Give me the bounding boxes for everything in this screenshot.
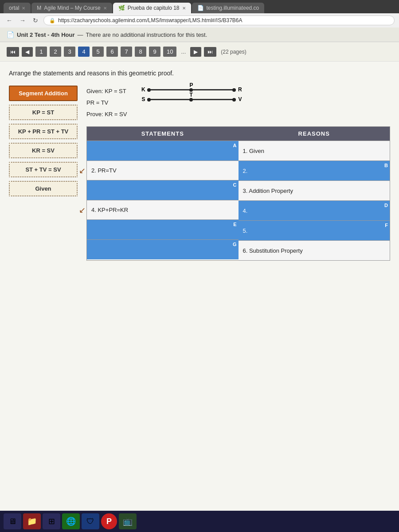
- stmt-cell-5[interactable]: E: [87, 220, 239, 239]
- taskbar-tv[interactable]: 📺: [119, 513, 137, 529]
- stmt-cell-1[interactable]: A: [87, 141, 239, 160]
- sidebar-item-given[interactable]: Given: [9, 181, 78, 196]
- dot-T: [189, 98, 193, 102]
- sidebar-item-kr-sv[interactable]: KR = SV: [9, 143, 78, 158]
- given-line3: Prove: KR = SV: [86, 109, 127, 120]
- page-10-button[interactable]: 10: [163, 47, 176, 57]
- stmt-drop-label-G: G: [233, 242, 237, 247]
- page-7-button[interactable]: 7: [121, 47, 132, 57]
- page-5-button[interactable]: 5: [92, 47, 104, 57]
- label-T: T: [189, 92, 192, 98]
- reason-cell-1: 1. Given: [239, 141, 390, 160]
- page-3-button[interactable]: 3: [64, 47, 75, 57]
- address-text: https://zacharyschools.agilemind.com/LMS…: [58, 17, 243, 23]
- taskbar: 🖥 📁 ⊞ 🌐 🛡 P 📺: [0, 511, 399, 532]
- statements-rows: A 2. PR=TV ↙: [87, 141, 239, 259]
- reason-row-4: 4. D: [239, 200, 390, 220]
- reason-row-2: 2. B: [239, 160, 390, 180]
- tab-agilemind[interactable]: M Agile Mind – My Course ✕: [31, 3, 112, 13]
- unit-icon: 📄: [7, 31, 14, 38]
- sidebar-item-kp-pr-label: KP + PR = ST + TV: [18, 128, 69, 135]
- page-9-button[interactable]: 9: [149, 47, 160, 57]
- geometry-diagram: K P R S: [140, 86, 243, 102]
- reason-drop-label-B: B: [384, 163, 388, 168]
- given-line2: PR = TV: [86, 97, 127, 109]
- address-bar[interactable]: 🔒 https://zacharyschools.agilemind.com/L…: [43, 16, 395, 25]
- pages-info: (22 pages): [221, 49, 246, 55]
- dot-V: [232, 98, 236, 102]
- label-S: S: [140, 96, 146, 102]
- unit-header: 📄 Unit 2 Test - 4th Hour — There are no …: [0, 27, 399, 42]
- tab-ortal-close[interactable]: ✕: [22, 6, 25, 11]
- stmt-row-6: G: [87, 239, 239, 259]
- reason-num-4: 4.: [243, 207, 248, 214]
- label-V: V: [237, 96, 243, 102]
- back-button[interactable]: ←: [4, 16, 14, 25]
- taskbar-folder[interactable]: 📁: [23, 513, 41, 529]
- label-R: R: [237, 86, 243, 93]
- tab-testing-label: testing.illuminateed.co: [207, 5, 259, 11]
- page-2-button[interactable]: 2: [50, 47, 61, 57]
- dot-P: [189, 88, 193, 92]
- taskbar-grid[interactable]: ⊞: [43, 513, 60, 529]
- reason-row-5: 5. F: [239, 220, 390, 240]
- pagination-bar: ⏮ ◀ 1 2 3 4 5 6 7 8 9 10 ... ▶ ⏭ (22 pag…: [0, 42, 399, 62]
- reason-cell-2[interactable]: 2. B: [239, 161, 390, 180]
- tab-prueba-close[interactable]: ✕: [182, 6, 186, 11]
- page-4-button[interactable]: 4: [78, 47, 90, 57]
- stmt-text-4: 4. KP+PR=KR: [91, 207, 128, 213]
- prev-page-button[interactable]: ◀: [22, 47, 33, 57]
- unit-title: Unit 2 Test - 4th Hour: [17, 31, 74, 38]
- statements-header: STATEMENTS: [87, 127, 239, 141]
- reason-row-3: 3. Addition Property: [239, 180, 390, 200]
- stmt-drop-label-E: E: [233, 222, 236, 227]
- tab-testing[interactable]: 📄 testing.illuminateed.co: [192, 3, 265, 13]
- taskbar-monitor[interactable]: 🖥: [4, 513, 21, 529]
- taskbar-shield[interactable]: 🛡: [82, 513, 99, 529]
- last-page-button[interactable]: ⏭: [204, 47, 216, 57]
- sidebar-item-kp-st[interactable]: KP = ST: [9, 105, 78, 120]
- stmt-row-4: 4. KP+PR=KR ↙: [87, 200, 239, 219]
- next-page-button[interactable]: ▶: [190, 47, 201, 57]
- first-page-button[interactable]: ⏮: [7, 47, 19, 57]
- tab-agilemind-label: Agile Mind – My Course: [44, 5, 100, 11]
- stmt-row-5: E: [87, 219, 239, 239]
- page-6-button[interactable]: 6: [106, 47, 118, 57]
- proof-sidebar: Segment Addition KP = ST KP + PR = ST + …: [9, 86, 78, 196]
- tab-ortal[interactable]: ortal ✕: [4, 3, 31, 13]
- reason-cell-5[interactable]: 5. F: [239, 221, 390, 240]
- question-text: Arrange the statements and reasons in th…: [9, 70, 390, 77]
- tab-prueba[interactable]: 🌿 Prueba de capitulo 18 ✕: [113, 3, 191, 13]
- stmt-cell-3[interactable]: C: [87, 180, 239, 200]
- sidebar-item-segment-addition[interactable]: Segment Addition: [9, 86, 78, 101]
- taskbar-globe[interactable]: 🌐: [62, 513, 80, 529]
- page-1-button[interactable]: 1: [35, 47, 47, 57]
- tab-testing-icon: 📄: [197, 5, 204, 11]
- stmt-cell-6[interactable]: G: [87, 240, 239, 259]
- label-P: P: [189, 82, 193, 88]
- tab-ortal-label: ortal: [9, 5, 19, 11]
- forward-button[interactable]: →: [18, 16, 27, 25]
- stmt-cell-4[interactable]: 4. KP+PR=KR ↙: [87, 200, 239, 219]
- page-8-button[interactable]: 8: [135, 47, 146, 57]
- stmt-row-2: 2. PR=TV ↙: [87, 160, 239, 180]
- dot-K: [147, 88, 151, 92]
- reason-cell-3: 3. Addition Property: [239, 181, 390, 200]
- question-area: Arrange the statements and reasons in th…: [0, 62, 399, 269]
- reason-text-3: 3. Addition Property: [243, 188, 293, 194]
- drag-arrow-4: ↙: [79, 205, 86, 215]
- reason-num-5: 5.: [243, 227, 248, 234]
- sidebar-item-kp-pr[interactable]: KP + PR = ST + TV: [9, 124, 78, 139]
- sidebar-item-st-tv[interactable]: ST + TV = SV: [9, 162, 78, 177]
- reasons-rows: 1. Given 2. B: [239, 141, 390, 260]
- address-bar-row: ← → ↻ 🔒 https://zacharyschools.agilemind…: [0, 13, 399, 27]
- stmt-text-2: 2. PR=TV: [91, 167, 117, 174]
- reason-cell-4[interactable]: 4. D: [239, 201, 390, 220]
- reload-button[interactable]: ↻: [31, 16, 40, 25]
- reason-text-1: 1. Given: [243, 148, 264, 154]
- taskbar-red-circle[interactable]: P: [101, 513, 117, 529]
- tab-agilemind-close[interactable]: ✕: [103, 6, 107, 11]
- stmt-cell-2[interactable]: 2. PR=TV ↙: [87, 161, 239, 180]
- stmt-drop-label-C: C: [233, 182, 237, 188]
- reason-row-1: 1. Given: [239, 141, 390, 160]
